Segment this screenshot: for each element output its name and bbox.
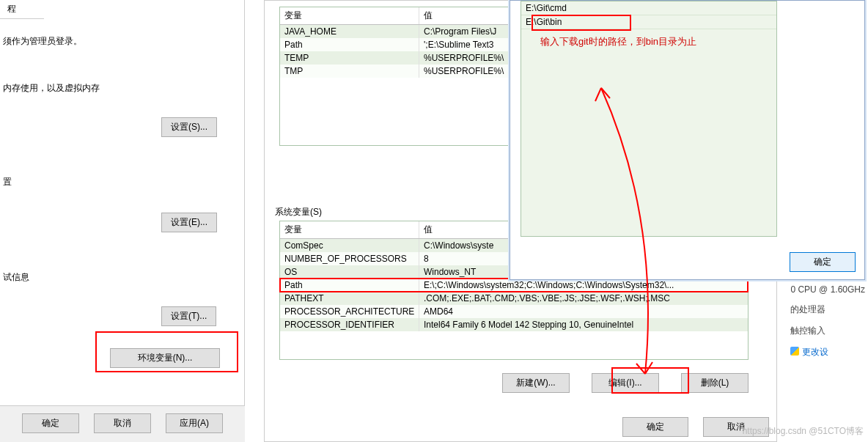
system-buttons-row: 新建(W)... 编辑(I)... 删除(L) bbox=[279, 373, 749, 393]
processor-info: 的处理器 bbox=[790, 299, 865, 320]
watermark: https://blog.csdn @51CTO博客 bbox=[743, 425, 864, 438]
cell-var: NUMBER_OF_PROCESSORS bbox=[280, 252, 419, 265]
shield-icon bbox=[790, 347, 799, 356]
col-variable: 变量 bbox=[280, 221, 419, 238]
cell-var: ComSpec bbox=[280, 239, 419, 252]
tab-advanced[interactable]: 程 bbox=[0, 0, 44, 19]
cell-var: PATHEXT bbox=[280, 292, 419, 305]
cell-val: .COM;.EXE;.BAT;.CMD;.VBS;.VBE;.JS;.JSE;.… bbox=[419, 292, 748, 305]
cell-var: PROCESSOR_ARCHITECTURE bbox=[280, 305, 419, 318]
cancel-button[interactable]: 取消 bbox=[94, 413, 151, 433]
settings-e-button[interactable]: 设置(E)... bbox=[161, 213, 217, 232]
annotation-box-gitbin bbox=[532, 15, 631, 31]
cell-var: JAVA_HOME bbox=[280, 25, 419, 38]
dialog-footer: 确定 取消 应用(A) bbox=[0, 405, 245, 442]
cell-var: TEMP bbox=[280, 51, 419, 65]
table-row[interactable]: PROCESSOR_ARCHITECTUREAMD64 bbox=[280, 305, 748, 318]
new-button[interactable]: 新建(W)... bbox=[502, 373, 570, 393]
ok-button[interactable]: 确定 bbox=[22, 413, 79, 433]
table-row[interactable]: PATHEXT.COM;.EXE;.BAT;.CMD;.VBS;.VBE;.JS… bbox=[280, 292, 748, 305]
cell-var: Path bbox=[280, 38, 419, 51]
edit-path-dialog: E:\Git\cmd E:\Git\bin 输入下载git时的路径，到bin目录… bbox=[510, 0, 865, 280]
path-dialog-footer: 确定 bbox=[790, 252, 856, 272]
settings-t-button[interactable]: 设置(T)... bbox=[161, 306, 216, 326]
section-placeholder: 置 bbox=[3, 176, 12, 188]
change-settings-link[interactable]: 更改设 bbox=[790, 342, 865, 363]
cell-val: E:\;C:\Windows\system32;C:\Windows;C:\Wi… bbox=[419, 279, 748, 292]
annotation-text: 输入下载git时的路径，到bin目录为止 bbox=[540, 35, 760, 48]
table-row[interactable]: PROCESSOR_IDENTIFIERIntel64 Family 6 Mod… bbox=[280, 318, 748, 331]
cell-val: AMD64 bbox=[419, 305, 748, 318]
annotation-box-envvars bbox=[95, 331, 238, 372]
memory-note: 内存使用，以及虚拟内存 bbox=[3, 82, 100, 95]
debug-info-label: 试信息 bbox=[3, 271, 29, 284]
path-item[interactable]: E:\Git\cmd bbox=[521, 1, 776, 15]
admin-note: 须作为管理员登录。 bbox=[3, 35, 82, 48]
settings-s-button[interactable]: 设置(S)... bbox=[161, 117, 217, 137]
path-ok-button[interactable]: 确定 bbox=[790, 252, 856, 272]
cell-var: Path bbox=[280, 279, 419, 292]
system-properties-panel: 程 须作为管理员登录。 内存使用，以及虚拟内存 设置(S)... 置 设置(E)… bbox=[0, 0, 245, 442]
cell-val: Intel64 Family 6 Model 142 Stepping 10, … bbox=[419, 318, 748, 331]
system-info-fragment: 0 CPU @ 1.60GHz 的处理器 触控输入 更改设 bbox=[790, 280, 865, 363]
path-list[interactable]: E:\Git\cmd E:\Git\bin 输入下载git时的路径，到bin目录… bbox=[521, 1, 777, 237]
table-row[interactable]: PathE:\;C:\Windows\system32;C:\Windows;C… bbox=[280, 279, 748, 292]
system-vars-label: 系统变量(S) bbox=[275, 206, 322, 218]
cell-var: PROCESSOR_IDENTIFIER bbox=[280, 318, 419, 331]
env-ok-button[interactable]: 确定 bbox=[622, 417, 688, 437]
delete-button[interactable]: 删除(L) bbox=[681, 373, 749, 393]
cpu-info: 0 CPU @ 1.60GHz bbox=[790, 280, 865, 299]
touch-info: 触控输入 bbox=[790, 320, 865, 342]
apply-button[interactable]: 应用(A) bbox=[166, 413, 223, 433]
cell-var: TMP bbox=[280, 65, 419, 78]
edit-button[interactable]: 编辑(I)... bbox=[592, 373, 659, 393]
col-variable: 变量 bbox=[280, 7, 419, 24]
cell-var: OS bbox=[280, 265, 419, 279]
